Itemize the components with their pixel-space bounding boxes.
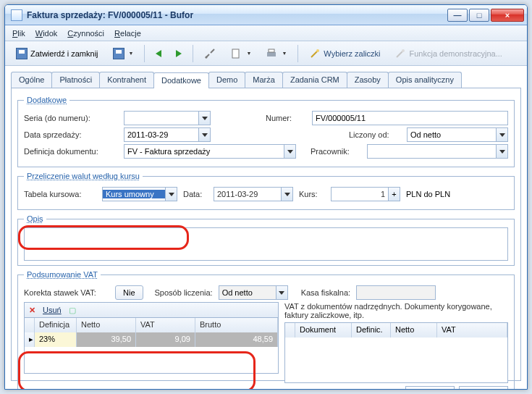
vat-right-panel: VAT z dokumentów nadrzędnych. Dokumenty … [284,302,508,390]
col-dokument[interactable]: Dokument [295,323,352,338]
liczony-od-dropdown[interactable]: Od netto [407,127,508,142]
cell-vat[interactable]: 9,09 [136,332,195,347]
data-sprzedazy-dropdown[interactable]: 2011-03-29 [124,127,211,142]
window-title: Faktura sprzedaży: FV/000005/11 - Bufor [27,10,447,20]
tabs: Ogólne Płatności Kontrahent Dodatkowe De… [11,72,521,88]
save-dropdown-button[interactable]: ▼ [108,45,139,62]
tools-button[interactable] [199,45,221,62]
numer-label: Numer: [266,114,306,122]
col-brutto[interactable]: Brutto [195,318,278,332]
korekta-nie-button[interactable]: Nie [115,285,143,300]
data-kursu-dropdown[interactable]: 2011-03-29 [214,187,293,201]
chevron-down-icon[interactable] [281,188,292,201]
wybierz-zaliczki-button[interactable]: Wybierz zaliczki [304,45,385,62]
footer-vat-value: 0,00 [489,389,504,390]
pracownik-dropdown[interactable] [367,144,508,159]
save-icon [16,48,28,59]
sposob-liczenia-value: Od netto [219,288,276,297]
menu-czynnosci[interactable]: Czynności [67,29,104,38]
delete-icon[interactable]: ✕ [29,306,35,315]
arrow-right-icon [176,50,182,57]
chevron-down-icon[interactable] [165,188,177,201]
tab-opis-analityczny[interactable]: Opis analityczny [388,72,462,88]
tabela-kursowa-label: Tabela kursowa: [24,190,96,198]
definicja-dokumentu-label: Definicja dokumentu: [24,147,118,156]
svg-rect-2 [267,52,276,56]
vat-left-grid[interactable]: Definicja Netto VAT Brutto ▸ 23% 39,50 [24,318,279,374]
menu-relacje[interactable]: Relacje [114,29,141,38]
demo-function-button: Funkcja demonstracyjna... [389,45,507,62]
menu-widok[interactable]: Widok [35,29,58,38]
col-definicja[interactable]: Definicja [35,318,77,332]
col-netto-r[interactable]: Netto [391,323,437,338]
print-dropdown[interactable]: ▼ [261,45,292,62]
vat-right-grid[interactable]: Dokument Definic. Netto VAT [284,322,508,383]
kurs-label: Kurs: [299,190,325,198]
app-icon [11,9,22,21]
tools-icon [204,48,216,59]
chevron-down-icon[interactable] [496,145,507,158]
cell-netto[interactable]: 39,50 [77,332,136,347]
tab-zadania-crm[interactable]: Zadania CRM [282,72,347,88]
col-vat-r[interactable]: VAT [437,323,507,338]
chevron-down-icon[interactable] [198,112,210,125]
table-row[interactable]: ▸ 23% 39,50 9,09 48,59 [25,332,278,347]
toolbar-extra-icon[interactable]: ▢ [69,306,76,315]
svg-rect-3 [269,49,274,52]
vat-left-toolbar: ✕ Usuń ▢ [24,302,279,318]
tab-zasoby[interactable]: Zasoby [347,72,389,88]
kurs-field[interactable]: 1 + [331,187,400,201]
cell-brutto[interactable]: 48,59 [195,332,278,347]
numer-field[interactable]: FV/000005/11 [312,111,508,125]
tab-demo[interactable]: Demo [208,72,245,88]
minimize-button[interactable]: — [447,9,468,22]
row-marker-header [285,323,295,338]
tab-pane-dodatkowe: Dodatkowe Seria (do numeru): Numer: FV/0… [11,88,521,381]
data-kursu-value: 2011-03-29 [214,190,281,198]
demo-function-label: Funkcja demonstracyjna... [409,49,502,58]
kurs-value: 1 [332,190,388,198]
kasa-fiskalna-field [356,285,436,300]
tab-dodatkowe[interactable]: Dodatkowe [153,72,209,88]
document-icon [230,48,242,59]
liczony-od-label: Liczony od: [349,130,401,139]
seria-dropdown[interactable] [124,111,211,125]
tabela-kursowa-dropdown[interactable]: Kurs umowny [102,187,177,201]
legend-podsumowanie: Podsumowanie VAT [24,270,101,279]
col-definic[interactable]: Definic. [352,323,391,338]
wand-icon [394,48,406,59]
close-button[interactable]: × [491,9,524,22]
tab-platnosci[interactable]: Płatności [51,72,100,88]
maximize-button[interactable]: □ [469,9,489,22]
sposob-liczenia-label: Sposób liczenia: [155,288,213,297]
document-dropdown[interactable]: ▼ [225,45,256,62]
chevron-down-icon[interactable] [496,128,507,141]
menu-plik[interactable]: PPliklik [12,29,25,38]
svg-rect-1 [232,49,239,58]
menu-bar: PPliklik Widok Czynności Relacje [5,25,527,41]
cell-definicja[interactable]: 23% [35,332,77,347]
back-button[interactable] [151,45,166,62]
chevron-down-icon[interactable] [284,145,295,158]
svg-point-4 [316,49,319,52]
row-marker: ▸ [25,332,35,347]
opis-textarea[interactable] [24,227,508,261]
legend-przeliczenie: Przeliczenie walut według kursu [24,172,143,180]
col-netto[interactable]: Netto [77,318,136,332]
fieldset-przeliczenie: Przeliczenie walut według kursu Tabela k… [17,172,515,210]
legend-dodatkowe: Dodatkowe [24,96,69,104]
chevron-down-icon[interactable] [198,128,210,141]
numer-value: FV/000005/11 [316,114,366,122]
tab-kontrahent[interactable]: Kontrahent [99,72,154,88]
row-marker-header [25,318,35,332]
usun-button[interactable]: Usuń [43,306,62,314]
forward-button[interactable] [171,45,187,62]
confirm-close-button[interactable]: Zatwierdź i zamknij [11,45,104,62]
definicja-dokumentu-dropdown[interactable]: FV - Faktura sprzedaży [124,144,296,159]
svg-point-5 [402,49,405,52]
tab-ogolne[interactable]: Ogólne [11,72,52,88]
col-vat[interactable]: VAT [136,318,195,332]
tab-marza[interactable]: Marża [245,72,283,88]
pracownik-label: Pracownik: [311,147,361,156]
plus-button[interactable]: + [388,188,400,201]
